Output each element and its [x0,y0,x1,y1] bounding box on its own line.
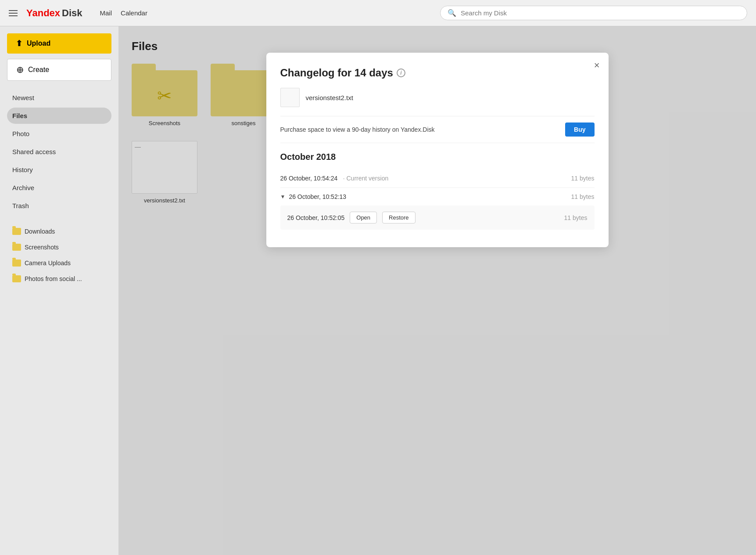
close-button[interactable]: × [594,60,600,71]
sidebar: ⬆ Upload ⊕ Create Newest Files Photo Sha… [0,26,118,555]
version-sub-size: 11 bytes [564,214,588,221]
logo: Yandex Disk [26,7,82,19]
changelog-modal: × Changelog for 14 days i versionstest2.… [266,53,609,247]
month-heading: October 2018 [280,152,595,162]
main-layout: ⬆ Upload ⊕ Create Newest Files Photo Sha… [0,26,756,555]
expand-arrow-icon[interactable]: ▼ [280,194,286,200]
nav-calendar[interactable]: Calendar [121,9,147,17]
sidebar-folder-screenshots[interactable]: Screenshots [7,240,111,254]
version-date-2: 26 October, 10:52:13 [289,193,346,200]
create-button[interactable]: ⊕ Create [7,59,111,81]
sidebar-item-shared[interactable]: Shared access [7,144,111,160]
sidebar-folder-downloads[interactable]: Downloads [7,224,111,238]
info-icon: i [397,68,405,77]
menu-icon[interactable] [9,10,18,16]
folder-label: Downloads [25,228,55,235]
plus-icon: ⊕ [16,65,24,75]
version-row-1: 26 October, 10:54:24 · Current version 1… [280,169,595,188]
sidebar-divider [7,216,111,223]
sidebar-folder-social[interactable]: Photos from social ... [7,272,111,286]
folder-label: Screenshots [25,244,59,251]
sidebar-item-photo[interactable]: Photo [7,126,111,142]
folder-label: Photos from social ... [25,275,82,282]
version-sub-date: 26 October, 10:52:05 [287,214,345,221]
search-input[interactable] [461,9,740,17]
sidebar-item-trash[interactable]: Trash [7,198,111,214]
folder-icon [12,228,21,235]
purchase-bar: Purchase space to view a 90-day history … [280,116,595,143]
folder-label: Camera Uploads [25,259,71,267]
upload-label: Upload [27,40,50,47]
header-nav: Mail Calendar [100,9,147,17]
restore-button[interactable]: Restore [382,212,416,223]
nav-mail[interactable]: Mail [100,9,112,17]
main-content: Files ✂ Screenshots sonstiges [118,26,756,555]
buy-button[interactable]: Buy [565,123,594,137]
upload-button[interactable]: ⬆ Upload [7,33,111,54]
open-button[interactable]: Open [350,212,377,223]
sidebar-item-newest[interactable]: Newest [7,90,111,106]
version-row-2-container: ▼ 26 October, 10:52:13 11 bytes 26 Octob… [280,188,595,230]
app-header: Yandex Disk Mail Calendar 🔍 [0,0,756,26]
version-date-container: 26 October, 10:54:24 · Current version [280,174,389,182]
sidebar-folder-camera[interactable]: Camera Uploads [7,256,111,270]
folder-icon [12,244,21,251]
modal-file-name: versionstest2.txt [306,94,353,101]
modal-overlay: × Changelog for 14 days i versionstest2.… [118,26,756,555]
version-size: 11 bytes [571,175,595,182]
version-sub-row: 26 October, 10:52:05 Open Restore 11 byt… [280,205,595,230]
version-sub-left: 26 October, 10:52:05 Open Restore [287,212,416,223]
search-bar: 🔍 [440,6,747,20]
modal-title-text: Changelog for 14 days [280,67,393,79]
upload-icon: ⬆ [16,39,22,48]
logo-yandex: Yandex [26,7,60,19]
version-current-label: · Current version [343,175,388,182]
search-icon: 🔍 [448,9,456,17]
logo-disk: Disk [62,7,82,19]
folder-icon [12,259,21,267]
sidebar-item-files[interactable]: Files [7,108,111,124]
sidebar-item-history[interactable]: History [7,162,111,178]
version-date: 26 October, 10:54:24 [280,175,338,182]
version-size-2: 11 bytes [571,193,595,200]
folder-icon [12,275,21,282]
sidebar-item-archive[interactable]: Archive [7,180,111,196]
modal-title: Changelog for 14 days i [280,67,595,79]
modal-file-entry: versionstest2.txt [280,88,595,107]
version-expand-left: ▼ 26 October, 10:52:13 [280,193,347,200]
version-row-2: ▼ 26 October, 10:52:13 11 bytes [280,188,595,205]
file-thumbnail [280,88,300,107]
create-label: Create [28,66,49,74]
purchase-text: Purchase space to view a 90-day history … [280,126,435,133]
